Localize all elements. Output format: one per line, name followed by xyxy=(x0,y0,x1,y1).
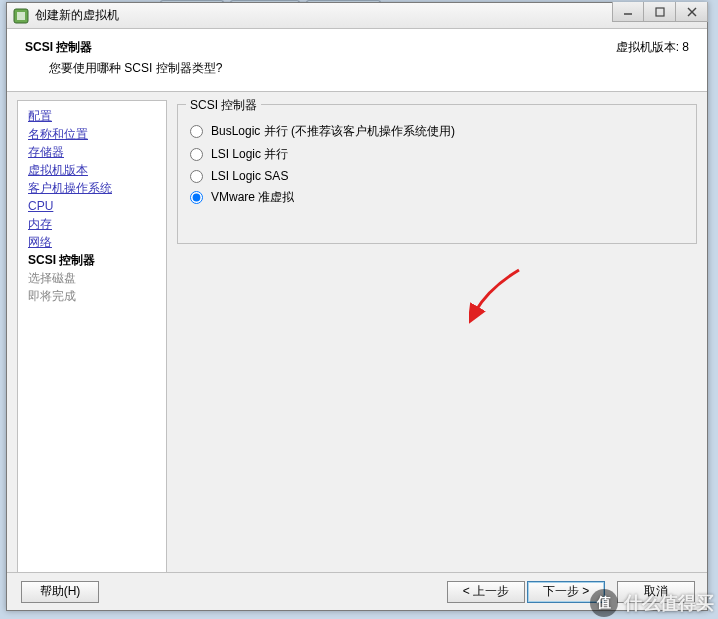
page-title: SCSI 控制器 xyxy=(25,39,616,56)
scsi-option-label: BusLogic 并行 (不推荐该客户机操作系统使用) xyxy=(211,123,455,140)
back-button[interactable]: < 上一步 xyxy=(447,581,525,603)
scsi-radio-1[interactable] xyxy=(190,148,203,161)
wizard-body: 配置名称和位置存储器虚拟机版本客户机操作系统CPU内存网络SCSI 控制器选择磁… xyxy=(7,92,707,580)
scsi-radio-2[interactable] xyxy=(190,170,203,183)
minimize-button[interactable] xyxy=(612,2,644,22)
scsi-option-2[interactable]: LSI Logic SAS xyxy=(190,169,684,183)
wizard-step-5[interactable]: CPU xyxy=(28,197,156,215)
scsi-option-label: VMware 准虚拟 xyxy=(211,189,294,206)
wizard-step-4[interactable]: 客户机操作系统 xyxy=(28,179,156,197)
vm-version-label: 虚拟机版本: 8 xyxy=(616,39,689,56)
svg-rect-1 xyxy=(17,12,25,20)
wizard-content: SCSI 控制器 BusLogic 并行 (不推荐该客户机操作系统使用)LSI … xyxy=(177,100,697,580)
scsi-option-1[interactable]: LSI Logic 并行 xyxy=(190,146,684,163)
group-legend: SCSI 控制器 xyxy=(186,97,261,114)
window-title: 创建新的虚拟机 xyxy=(35,7,703,24)
next-button[interactable]: 下一步 > xyxy=(527,581,605,603)
scsi-radio-0[interactable] xyxy=(190,125,203,138)
wizard-step-10: 即将完成 xyxy=(28,287,156,305)
scsi-radio-3[interactable] xyxy=(190,191,203,204)
wizard-footer: 帮助(H) < 上一步 下一步 > 取消 xyxy=(7,572,707,610)
maximize-button[interactable] xyxy=(644,2,676,22)
app-icon xyxy=(13,8,29,24)
annotation-arrow-icon xyxy=(469,268,529,328)
wizard-step-3[interactable]: 虚拟机版本 xyxy=(28,161,156,179)
titlebar: 创建新的虚拟机 xyxy=(7,3,707,29)
scsi-controller-group: SCSI 控制器 BusLogic 并行 (不推荐该客户机操作系统使用)LSI … xyxy=(177,104,697,244)
scsi-option-label: LSI Logic 并行 xyxy=(211,146,288,163)
svg-rect-3 xyxy=(656,8,664,16)
wizard-step-2[interactable]: 存储器 xyxy=(28,143,156,161)
scsi-option-0[interactable]: BusLogic 并行 (不推荐该客户机操作系统使用) xyxy=(190,123,684,140)
wizard-step-7[interactable]: 网络 xyxy=(28,233,156,251)
wizard-steps-sidebar: 配置名称和位置存储器虚拟机版本客户机操作系统CPU内存网络SCSI 控制器选择磁… xyxy=(17,100,167,580)
wizard-step-1[interactable]: 名称和位置 xyxy=(28,125,156,143)
wizard-header: SCSI 控制器 您要使用哪种 SCSI 控制器类型? 虚拟机版本: 8 xyxy=(7,29,707,92)
wizard-step-8: SCSI 控制器 xyxy=(28,251,156,269)
scsi-option-3[interactable]: VMware 准虚拟 xyxy=(190,189,684,206)
wizard-step-9: 选择磁盘 xyxy=(28,269,156,287)
wizard-window: 创建新的虚拟机 SCSI 控制器 您要使用哪种 SCSI 控制器类型? 虚拟机版… xyxy=(6,2,708,611)
wizard-step-0[interactable]: 配置 xyxy=(28,107,156,125)
close-button[interactable] xyxy=(676,2,708,22)
help-button[interactable]: 帮助(H) xyxy=(21,581,99,603)
cancel-button[interactable]: 取消 xyxy=(617,581,695,603)
wizard-step-6[interactable]: 内存 xyxy=(28,215,156,233)
scsi-option-label: LSI Logic SAS xyxy=(211,169,288,183)
page-subtitle: 您要使用哪种 SCSI 控制器类型? xyxy=(49,60,616,77)
